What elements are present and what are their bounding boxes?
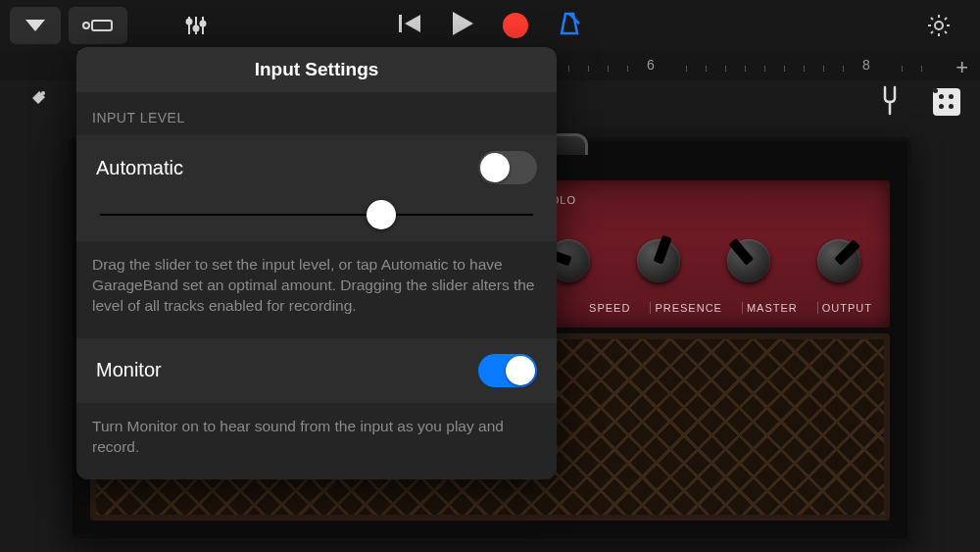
svg-point-8 (201, 22, 206, 26)
monitor-toggle[interactable] (478, 354, 537, 387)
amp-knob-label: MASTER (742, 302, 802, 314)
play-button[interactable] (450, 10, 475, 41)
popover-title: Input Settings (76, 47, 557, 92)
settings-button[interactable] (917, 8, 960, 43)
rewind-button[interactable] (397, 11, 422, 40)
svg-point-13 (935, 22, 943, 29)
svg-marker-10 (405, 15, 420, 32)
amp-knob-output[interactable] (817, 239, 860, 282)
ruler-mark: 6 (647, 57, 655, 73)
svg-point-4 (187, 20, 192, 25)
input-level-slider[interactable] (100, 214, 533, 216)
input-settings-popover: Input Settings INPUT LEVEL Automatic Dra… (76, 47, 557, 479)
amp-knob-label: SPEED (585, 302, 634, 314)
monitor-caption: Turn Monitor on to hear sound from the i… (76, 403, 557, 479)
dice-icon[interactable] (933, 88, 960, 116)
automatic-label: Automatic (96, 157, 183, 179)
amp-knob-label: PRESENCE (650, 302, 726, 314)
input-level-slider-cell (76, 190, 557, 241)
ruler-mark: 8 (862, 57, 870, 73)
svg-point-1 (83, 23, 89, 28)
svg-marker-0 (25, 20, 45, 31)
add-track-button[interactable]: + (956, 55, 968, 80)
automatic-row: Automatic (76, 135, 557, 190)
monitor-label: Monitor (96, 359, 162, 381)
metronome-button[interactable] (556, 10, 583, 41)
mixer-button[interactable] (174, 8, 218, 43)
svg-rect-2 (92, 21, 112, 30)
tracks-view-button[interactable] (69, 7, 127, 44)
svg-rect-9 (399, 15, 402, 32)
nav-dropdown[interactable] (10, 7, 61, 44)
svg-point-6 (194, 26, 199, 31)
input-level-caption: Drag the slider to set the input level, … (76, 241, 557, 338)
amp-knob-master[interactable] (727, 239, 770, 282)
amp-knob-presence[interactable] (637, 239, 680, 282)
amp-knob-label: OUTPUT (817, 302, 876, 314)
input-plug-icon[interactable] (22, 85, 51, 119)
section-header-input-level: INPUT LEVEL (76, 92, 557, 135)
svg-marker-11 (453, 12, 473, 35)
monitor-row: Monitor (76, 338, 557, 403)
tuning-fork-icon[interactable] (876, 84, 904, 120)
record-button[interactable] (503, 13, 528, 38)
automatic-toggle[interactable] (478, 151, 537, 184)
input-level-slider-thumb[interactable] (367, 200, 396, 229)
svg-point-14 (41, 91, 45, 95)
